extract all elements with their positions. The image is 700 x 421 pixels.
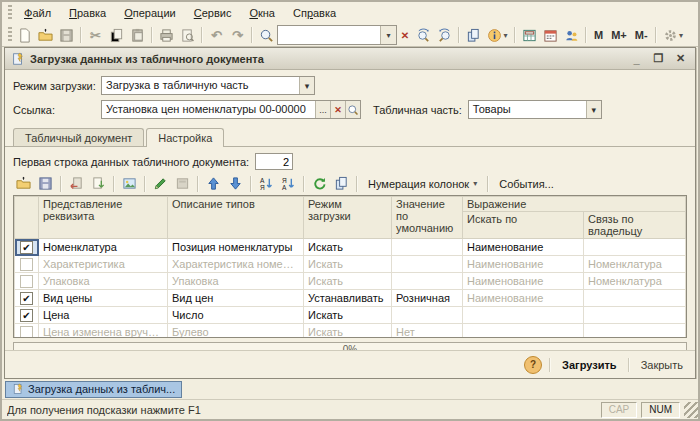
- picture-button[interactable]: [119, 174, 140, 194]
- load-button[interactable]: Загрузить: [558, 357, 621, 373]
- cell-default[interactable]: [392, 239, 463, 256]
- row-select-cell[interactable]: ✔: [15, 256, 39, 273]
- undo-button[interactable]: ↶: [206, 25, 227, 45]
- tab-spreadsheet-document[interactable]: Табличный документ: [13, 128, 144, 146]
- cell-default[interactable]: Розничная: [392, 290, 463, 307]
- cell-search-by[interactable]: Наименование: [463, 290, 584, 307]
- cell-load-mode[interactable]: Искать: [304, 239, 392, 256]
- print-preview-button[interactable]: [177, 25, 198, 45]
- menu-help[interactable]: Справка: [285, 4, 344, 22]
- save-settings-button[interactable]: [35, 174, 56, 194]
- minimize-button[interactable]: _: [628, 53, 645, 65]
- menu-file[interactable]: Файл: [16, 4, 59, 22]
- cell-search-by[interactable]: [463, 324, 584, 339]
- users-button[interactable]: [561, 25, 582, 45]
- move-up-button[interactable]: [203, 174, 224, 194]
- copy-columns-button[interactable]: [331, 174, 352, 194]
- menu-windows[interactable]: Окна: [241, 4, 283, 22]
- choose-button[interactable]: ...: [315, 101, 330, 118]
- memory-recall-button[interactable]: M: [590, 27, 607, 43]
- help-button[interactable]: ?: [524, 356, 542, 374]
- cell-search-by[interactable]: Наименование: [463, 273, 584, 290]
- cell-owner-link[interactable]: [584, 239, 686, 256]
- menu-service[interactable]: Сервис: [186, 4, 240, 22]
- cell-types[interactable]: Характеристика номенклатуры: [168, 256, 304, 273]
- load-mode-combo[interactable]: Загрузка в табличную часть ▾: [101, 76, 315, 95]
- cell-load-mode[interactable]: Устанавливать: [304, 290, 392, 307]
- cell-default[interactable]: [392, 307, 463, 324]
- sort-ascending-button[interactable]: АЯ: [256, 174, 277, 194]
- tabular-part-combo[interactable]: Товары ▾: [468, 100, 602, 119]
- close-button[interactable]: ✕: [672, 52, 689, 65]
- row-checkbox[interactable]: ✔: [20, 241, 33, 254]
- dropdown-button[interactable]: ▾: [586, 101, 601, 118]
- cut-button[interactable]: ✂: [85, 25, 106, 45]
- open-button[interactable]: [35, 25, 56, 45]
- load-settings-button[interactable]: [13, 174, 34, 194]
- cell-owner-link[interactable]: [584, 290, 686, 307]
- cell-load-mode[interactable]: Искать: [304, 256, 392, 273]
- cell-owner-link[interactable]: [584, 307, 686, 324]
- first-row-input[interactable]: [255, 153, 293, 170]
- cell-attribute[interactable]: Номенклатура: [39, 239, 168, 256]
- calendar-button[interactable]: [540, 25, 561, 45]
- paste-button[interactable]: [127, 25, 148, 45]
- find-next-button[interactable]: [413, 25, 434, 45]
- memory-add-button[interactable]: M+: [607, 27, 631, 43]
- row-select-cell[interactable]: ✔: [15, 307, 39, 324]
- cell-types[interactable]: Упаковка: [168, 273, 304, 290]
- copy-button[interactable]: [106, 25, 127, 45]
- cell-owner-link[interactable]: Номенклатура: [584, 273, 686, 290]
- cell-default[interactable]: [392, 256, 463, 273]
- row-checkbox[interactable]: ✔: [20, 275, 33, 288]
- print-button[interactable]: [156, 25, 177, 45]
- taskbar-item-load-data[interactable]: Загрузка данных из таблич...: [5, 381, 182, 398]
- cell-owner-link[interactable]: Номенклатура: [584, 256, 686, 273]
- dropdown-button[interactable]: ▾: [299, 77, 314, 94]
- open-link-button[interactable]: [345, 101, 360, 118]
- cell-types[interactable]: Позиция номенклатуры: [168, 239, 304, 256]
- resize-grip[interactable]: [684, 402, 698, 418]
- cell-attribute[interactable]: Цена изменена вручную: [39, 324, 168, 339]
- cell-attribute[interactable]: Характеристика: [39, 256, 168, 273]
- column-numbering-button[interactable]: Нумерация колонок▾: [362, 176, 483, 192]
- search-button[interactable]: [256, 25, 277, 45]
- info-button[interactable]: ▾: [484, 25, 511, 45]
- edit-button[interactable]: [150, 174, 171, 194]
- cell-attribute[interactable]: Вид цены: [39, 290, 168, 307]
- row-select-cell[interactable]: ✔: [15, 273, 39, 290]
- cell-search-by[interactable]: Наименование: [463, 239, 584, 256]
- menu-edit[interactable]: Правка: [61, 4, 114, 22]
- events-button[interactable]: События...: [493, 176, 560, 192]
- link-field[interactable]: Установка цен номенклатуры 00-00000 ... …: [101, 100, 361, 119]
- row-checkbox[interactable]: ✔: [20, 292, 33, 305]
- tab-settings[interactable]: Настройка: [146, 128, 224, 147]
- toolbar-grip[interactable]: [8, 5, 12, 21]
- cell-load-mode[interactable]: Искать: [304, 307, 392, 324]
- window-titlebar[interactable]: Загрузка данных из табличного документа …: [5, 48, 695, 70]
- cell-default[interactable]: Нет: [392, 324, 463, 339]
- clear-button[interactable]: ✕: [330, 101, 345, 118]
- cell-owner-link[interactable]: [584, 324, 686, 339]
- row-checkbox[interactable]: ✔: [20, 258, 33, 271]
- cell-default[interactable]: [392, 273, 463, 290]
- maximize-button[interactable]: ❐: [650, 52, 667, 65]
- sort-descending-button[interactable]: ЯА: [278, 174, 299, 194]
- toolbar-grip[interactable]: [8, 27, 12, 43]
- cell-search-by[interactable]: [463, 307, 584, 324]
- row-select-cell[interactable]: ✔: [15, 290, 39, 307]
- memory-subtract-button[interactable]: M-: [631, 27, 652, 43]
- cell-load-mode[interactable]: Искать: [304, 273, 392, 290]
- services-button[interactable]: ▾: [660, 25, 687, 45]
- new-document-button[interactable]: [14, 25, 35, 45]
- cell-load-mode[interactable]: Искать: [304, 324, 392, 339]
- move-down-button[interactable]: [225, 174, 246, 194]
- export-button[interactable]: [88, 174, 109, 194]
- cell-attribute[interactable]: Цена: [39, 307, 168, 324]
- search-clear-button[interactable]: ✕: [397, 25, 413, 45]
- row-select-cell[interactable]: ✔: [15, 239, 39, 256]
- view-button[interactable]: [172, 174, 193, 194]
- row-select-cell[interactable]: ✔: [15, 324, 39, 339]
- cell-types[interactable]: Вид цен: [168, 290, 304, 307]
- save-button[interactable]: [56, 25, 77, 45]
